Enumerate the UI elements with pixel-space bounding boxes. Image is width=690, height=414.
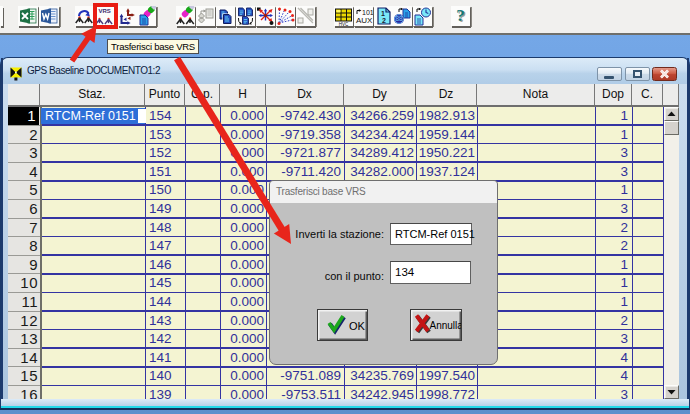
svg-text:88: 88 [395, 15, 403, 22]
svg-text:Annulla: Annulla [430, 320, 462, 331]
svg-text:?: ? [456, 6, 465, 25]
svg-text:HVC: HVC [339, 22, 349, 27]
svg-text:OK: OK [349, 320, 366, 332]
svg-text:AUX: AUX [356, 16, 373, 25]
svg-text:101: 101 [362, 9, 373, 16]
svg-text:2: 2 [382, 17, 386, 24]
svg-text:1: 1 [381, 10, 385, 17]
